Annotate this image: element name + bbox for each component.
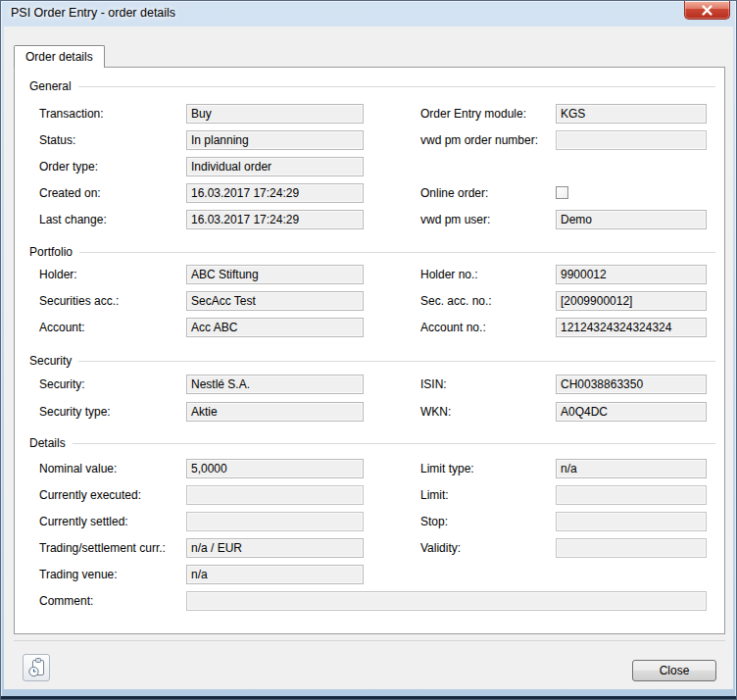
label-status: Status: — [39, 130, 75, 150]
value-limit — [556, 485, 707, 505]
value-trading-settlement-curr: n/a / EUR — [186, 538, 364, 558]
label-trading-venue: Trading venue: — [39, 565, 118, 584]
value-holder: ABC Stiftung — [186, 265, 364, 284]
label-limit-type: Limit type: — [420, 459, 474, 478]
section-header-security: Security — [29, 353, 715, 368]
section-rule — [78, 86, 715, 87]
value-status: In planning — [186, 130, 364, 150]
label-currently-executed: Currently executed: — [39, 485, 141, 505]
section-title: Portfolio — [29, 245, 73, 259]
footer-separator — [14, 640, 725, 641]
online-order-checkbox — [556, 186, 568, 199]
label-wkn: WKN: — [420, 402, 451, 422]
section-rule — [78, 361, 715, 362]
value-validity — [556, 538, 707, 558]
window-close-button[interactable] — [684, 1, 730, 20]
section-header-general: General — [29, 78, 715, 93]
dialog-window: PSI Order Entry - order details Order de… — [0, 0, 737, 700]
section-rule — [73, 443, 715, 444]
value-wkn: A0Q4DC — [556, 402, 707, 422]
value-stop — [556, 512, 707, 531]
value-holder-no: 9900012 — [556, 265, 707, 284]
value-security: Nestlé S.A. — [186, 375, 364, 394]
label-security: Security: — [39, 375, 85, 394]
label-last-change: Last change: — [39, 210, 107, 229]
value-account: Acc ABC — [186, 318, 364, 337]
value-account-no: 12124324324324324 — [556, 318, 707, 337]
label-order-entry-module: Order Entry module: — [420, 104, 526, 124]
label-security-type: Security type: — [39, 402, 111, 422]
label-isin: ISIN: — [420, 375, 447, 394]
label-trading-settlement-curr: Trading/settlement curr.: — [39, 538, 166, 558]
value-order-entry-module: KGS — [556, 104, 707, 124]
label-account: Account: — [39, 318, 85, 337]
label-sec-acc-no: Sec. acc. no.: — [420, 291, 492, 311]
label-nominal-value: Nominal value: — [39, 459, 117, 478]
value-nominal-value: 5,0000 — [186, 459, 364, 478]
label-order-type: Order type: — [39, 157, 98, 176]
value-currently-settled — [186, 512, 364, 531]
label-stop: Stop: — [420, 512, 448, 531]
label-vwd-pm-user: vwd pm user: — [420, 210, 490, 229]
value-isin: CH0038863350 — [556, 375, 707, 394]
label-vwd-pm-order-number: vwd pm order number: — [420, 130, 538, 150]
value-transaction: Buy — [186, 104, 364, 124]
label-comment: Comment: — [39, 591, 93, 611]
label-account-no: Account no.: — [420, 318, 486, 337]
section-header-portfolio: Portfolio — [29, 244, 715, 259]
value-last-change: 16.03.2017 17:24:29 — [186, 210, 364, 229]
label-currently-settled: Currently settled: — [39, 512, 128, 531]
label-limit: Limit: — [420, 485, 449, 505]
label-created-on: Created on: — [39, 183, 101, 203]
dialog-body: Order details General Transaction: Buy S… — [4, 26, 733, 689]
clipboard-clock-icon — [26, 657, 47, 678]
section-rule — [79, 252, 715, 253]
label-online-order: Online order: — [420, 183, 488, 203]
value-order-type: Individual order — [186, 157, 364, 176]
close-button[interactable]: Close — [632, 660, 716, 681]
close-icon — [701, 5, 713, 16]
label-transaction: Transaction: — [39, 104, 104, 124]
section-title: Security — [29, 354, 72, 368]
value-securities-acc: SecAcc Test — [186, 291, 364, 311]
value-currently-executed — [186, 485, 364, 505]
tab-order-details[interactable]: Order details — [14, 45, 105, 68]
value-vwd-pm-user: Demo — [556, 210, 707, 229]
label-securities-acc: Securities acc.: — [39, 291, 119, 311]
value-vwd-pm-order-number — [556, 130, 707, 150]
label-holder-no: Holder no.: — [420, 265, 478, 284]
section-title: General — [29, 79, 72, 93]
label-holder: Holder: — [39, 265, 77, 284]
value-comment — [186, 591, 707, 611]
value-created-on: 16.03.2017 17:24:29 — [186, 183, 364, 203]
value-sec-acc-no: [2009900012] — [556, 291, 707, 311]
order-details-panel: General Transaction: Buy Status: In plan… — [14, 67, 725, 634]
section-title: Details — [29, 436, 66, 450]
section-header-details: Details — [29, 435, 715, 450]
history-button[interactable] — [23, 654, 50, 681]
window-title: PSI Order Entry - order details — [11, 1, 175, 25]
label-validity: Validity: — [420, 538, 461, 558]
titlebar[interactable]: PSI Order Entry - order details — [1, 1, 736, 26]
value-security-type: Aktie — [186, 402, 364, 422]
value-limit-type: n/a — [556, 459, 707, 478]
value-trading-venue: n/a — [186, 565, 364, 584]
